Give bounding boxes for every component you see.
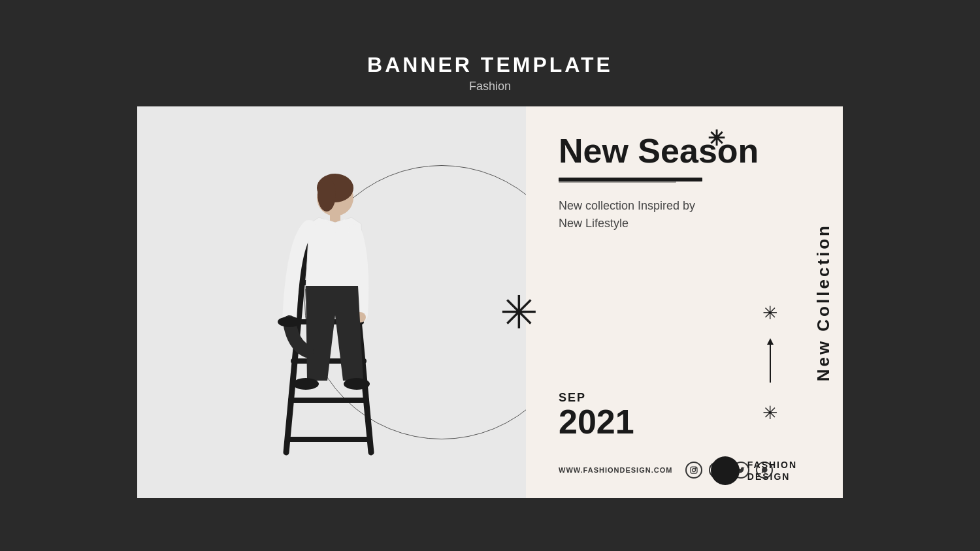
arrow-line	[770, 343, 771, 383]
person-figure	[234, 159, 430, 459]
banner-left	[137, 106, 526, 498]
stars-cluster: ✳ ✳	[762, 302, 777, 424]
svg-point-19	[696, 468, 696, 469]
page-title: BANNER TEMPLATE	[367, 53, 613, 77]
star-top: ✳	[762, 302, 777, 324]
website-url: WWW.FASHIONDESIGN.COM	[559, 466, 672, 474]
vertical-text-container: New Collection	[804, 106, 843, 498]
flower-asterisk: ✳	[500, 286, 538, 339]
page-subtitle: Fashion	[367, 80, 613, 93]
banner-right: ✳ ✳ New Season New collection Inspired b…	[526, 106, 843, 498]
svg-point-16	[278, 317, 301, 327]
page-header: BANNER TEMPLATE Fashion	[367, 53, 613, 93]
asterisk-top-right: ✳	[708, 126, 725, 151]
date-section: SEP 2021	[559, 391, 823, 439]
collection-description: New collection Inspired by New Lifestyle	[559, 197, 755, 232]
banner-container: ✳ ✳ New Season New collection Inspired b…	[137, 106, 843, 498]
svg-point-10	[318, 178, 336, 212]
brand-text: FASHION DESIGN	[747, 459, 797, 482]
vertical-text: New Collection	[815, 223, 832, 381]
date-year: 2021	[559, 405, 823, 439]
svg-point-15	[344, 378, 370, 390]
instagram-icon[interactable]	[685, 462, 702, 479]
brand-circle	[711, 456, 740, 485]
star-bottom: ✳	[762, 402, 777, 424]
title-underline	[559, 178, 702, 181]
brand-section: FASHION DESIGN	[711, 456, 797, 485]
headline: New Season	[559, 133, 823, 170]
svg-point-14	[293, 378, 319, 390]
svg-point-18	[693, 469, 696, 472]
